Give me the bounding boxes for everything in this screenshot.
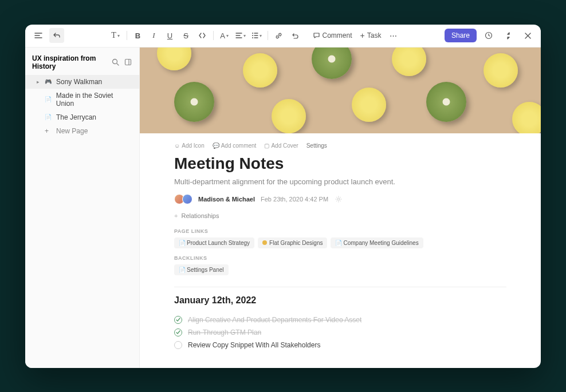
page-icon: 📄 [335,240,341,246]
dot-icon [262,240,267,245]
add-comment-button[interactable]: 💬 Add comment [213,142,257,149]
text-style-button[interactable]: T▾ [108,28,123,43]
page-icon: 📄 [179,240,184,246]
svg-rect-5 [125,60,131,65]
more-icon[interactable]: ⋯ [386,28,400,43]
task-button[interactable]: +Task [357,29,385,42]
page-icon: 📄 [45,114,53,120]
link-chip[interactable]: Flat Graphic Designs [258,237,327,248]
link-chip[interactable]: 📄Company Meeting Guidelines [331,237,423,248]
new-page-button[interactable]: +New Page [25,124,139,138]
svg-point-0 [252,33,253,34]
collapse-icon[interactable] [501,28,516,43]
page-icon: 🎮 [45,78,53,85]
bold-button[interactable]: B [131,28,146,43]
page-title[interactable]: Meeting Notes [174,155,506,173]
sidebar-item-label: Sony Walkman [56,78,102,86]
sidebar-item[interactable]: ▸🎮Sony Walkman [25,75,139,89]
menu-icon[interactable] [31,28,46,43]
page-links-label: PAGE LINKS [174,228,506,234]
back-icon[interactable] [49,28,64,43]
link-chip[interactable]: 📄Settings Panel [174,264,229,275]
underline-button[interactable]: U [163,28,178,43]
link-chip[interactable]: 📄Product Launch Strategy [174,237,254,248]
add-cover-button[interactable]: ▢ Add Cover [264,142,298,149]
page-subtitle[interactable]: Multi-department alignment for the upcom… [174,177,506,186]
settings-link[interactable]: Settings [306,142,327,149]
chip-label: Company Meeting Guidelines [343,240,418,246]
text-color-button[interactable]: A▾ [217,28,232,43]
task-text: Align Creative And Product Departments F… [188,316,361,324]
code-button[interactable] [195,28,210,43]
undo-button[interactable] [288,28,302,43]
sidebar-item-label: Made in the Soviet Union [56,92,132,108]
toolbar: T▾ B I U S A▾ ▾ ▾ Comment +Task ⋯ Share [25,25,541,47]
sidebar-item-label: The Jerrycan [56,113,96,121]
checkbox-icon[interactable] [174,316,182,324]
panel-icon[interactable] [123,58,132,67]
sidebar-item[interactable]: 📄Made in the Soviet Union [25,89,139,110]
chip-label: Settings Panel [187,267,224,273]
svg-point-4 [112,60,117,64]
sidebar-item[interactable]: 📄The Jerrycan [25,110,139,124]
close-icon[interactable] [520,28,535,43]
checkbox-icon[interactable] [174,328,182,336]
task-text: Review Copy Snippet With All Stakeholder… [188,341,320,349]
chip-label: Product Launch Strategy [187,240,250,246]
add-icon-button[interactable]: ☺ Add Icon [174,142,205,149]
section-heading[interactable]: January 12th, 2022 [174,295,506,306]
history-icon[interactable] [481,28,496,43]
search-icon[interactable] [111,58,120,67]
hero-image [140,47,541,133]
chip-label: Flat Graphic Designs [269,240,323,246]
sidebar-title: UX inspiration from History [32,54,107,70]
svg-point-1 [252,35,253,36]
main-content: ☺ Add Icon 💬 Add comment ▢ Add Cover Set… [140,47,541,368]
relationships-row[interactable]: +Relationships [174,210,506,221]
task-row[interactable]: Review Copy Snippet With All Stakeholder… [174,339,506,351]
align-button[interactable]: ▾ [233,28,248,43]
page-icon: 📄 [179,267,184,273]
app-window: T▾ B I U S A▾ ▾ ▾ Comment +Task ⋯ Share [25,25,541,368]
task-row[interactable]: Align Creative And Product Departments F… [174,314,506,326]
share-button[interactable]: Share [445,29,477,42]
strikethrough-button[interactable]: S [179,28,194,43]
page-icon: 📄 [45,96,53,102]
checkbox-icon[interactable] [174,341,182,349]
task-row[interactable]: Run-Through GTM Plan [174,326,506,339]
authors-row: Madison & Michael Feb 23th, 2020 4:42 PM [174,194,506,204]
comment-button[interactable]: Comment [309,29,356,42]
settings-gear-icon[interactable] [334,195,343,204]
svg-point-6 [337,198,340,200]
svg-point-2 [252,37,253,38]
avatar [182,194,192,204]
link-button[interactable] [272,28,286,43]
italic-button[interactable]: I [147,28,162,43]
task-text: Run-Through GTM Plan [188,328,261,336]
divider [174,287,506,287]
page-date: Feb 23th, 2020 4:42 PM [261,196,328,203]
sidebar: UX inspiration from History ▸🎮Sony Walkm… [25,47,140,368]
authors-names[interactable]: Madison & Michael [198,196,255,203]
list-button[interactable]: ▾ [249,28,264,43]
backlinks-label: BACKLINKS [174,255,506,261]
